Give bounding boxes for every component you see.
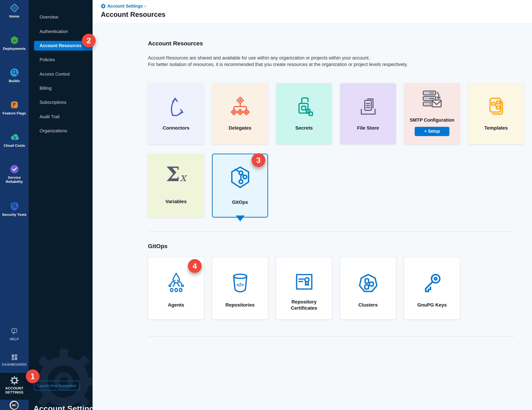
secrets-card[interactable]: Secrets xyxy=(276,83,332,144)
card-label: GitOps xyxy=(215,199,265,205)
breadcrumb-chevron: › xyxy=(144,3,146,9)
card-label: Secrets xyxy=(278,125,330,131)
gnupg-keys-card[interactable]: GnuPG Keys xyxy=(404,257,460,320)
gnupg-keys-icon xyxy=(404,271,460,296)
clusters-card[interactable]: Clusters xyxy=(340,257,396,320)
rail-label: Cloud Costs xyxy=(0,143,28,147)
rail-item-security-tests[interactable]: Security Tests xyxy=(0,201,28,217)
builds-icon xyxy=(9,67,19,78)
rail-item-builds[interactable]: Builds xyxy=(0,67,28,83)
rail-item-help[interactable]: ? HELP xyxy=(0,327,28,341)
rail-item-home[interactable]: Home xyxy=(0,3,28,18)
breadcrumb: Account Settings › xyxy=(101,3,146,9)
rail-item-cloud-costs[interactable]: $ Cloud Costs xyxy=(0,132,28,147)
card-label: Connectors xyxy=(150,125,202,131)
settings-nav-panel: Overview Authentication Account Resource… xyxy=(28,0,93,410)
annotation-badge-4: 4 xyxy=(188,259,202,273)
breadcrumb-account-settings-link[interactable]: Account Settings xyxy=(107,4,143,9)
section-title: Account Resources xyxy=(148,40,203,47)
panel-footer-title: Account Settings xyxy=(33,404,93,410)
main-content: Account Resources Account Resources are … xyxy=(93,24,532,410)
rail-label: Builds xyxy=(0,79,28,83)
smtp-configuration-card[interactable]: SMTP Configuration + Setup xyxy=(404,83,460,144)
card-label: Delegates xyxy=(214,125,266,131)
sigma-glyph: Σ xyxy=(166,163,180,186)
app-window: Home ∞ Deployments Builds Feature Fl xyxy=(0,0,532,410)
rail-label: Feature Flags xyxy=(0,111,28,115)
rail-item-feature-flags[interactable]: Feature Flags xyxy=(0,100,28,115)
repositories-card[interactable]: </> Repositories xyxy=(212,257,268,320)
delegates-card[interactable]: Delegates xyxy=(212,83,268,144)
rail-label: DASHBOARDS xyxy=(0,363,28,367)
x-glyph: x xyxy=(180,171,186,184)
smtp-configuration-icon xyxy=(404,89,460,115)
user-avatar[interactable]: MC xyxy=(10,401,19,410)
gitops-icon xyxy=(213,165,267,191)
templates-card[interactable]: Templates xyxy=(468,83,524,144)
page-header: Account Settings › Account Resources xyxy=(93,0,532,24)
rail-item-service-reliability[interactable]: Service Reliability xyxy=(0,164,28,183)
home-icon xyxy=(9,3,19,13)
gitops-section-title: GitOps xyxy=(148,243,167,250)
rail-item-dashboards[interactable]: DASHBOARDS xyxy=(0,353,28,367)
rail-item-deployments[interactable]: ∞ Deployments xyxy=(0,35,28,51)
clusters-icon xyxy=(340,271,396,296)
divider xyxy=(148,232,515,232)
rail-label: HELP xyxy=(0,337,28,341)
cloud-costs-icon: $ xyxy=(9,132,19,142)
agents-icon xyxy=(148,271,204,296)
feature-flags-icon xyxy=(9,100,19,110)
deployments-icon: ∞ xyxy=(9,35,19,45)
card-label: File Store xyxy=(342,125,394,131)
settings-nav-item-billing[interactable]: Billing xyxy=(28,83,93,93)
rail-item-account-settings[interactable]: ACCOUNT SETTINGS xyxy=(0,376,28,394)
settings-nav-item-subscriptions[interactable]: Subscriptions xyxy=(28,98,93,107)
connectors-icon xyxy=(148,95,204,120)
svg-text:∞: ∞ xyxy=(13,38,16,43)
card-label: Clusters xyxy=(342,302,394,308)
settings-nav-item-organizations[interactable]: Organizations xyxy=(28,126,93,136)
annotation-badge-3: 3 xyxy=(252,153,265,167)
description-line-2: For better isolation of resources, it is… xyxy=(148,61,408,68)
description-line-1: Account Resources are shared and availab… xyxy=(148,55,408,61)
repositories-icon: </> xyxy=(212,271,268,296)
rail-label: Home xyxy=(0,14,28,18)
page-title: Account Resources xyxy=(101,11,165,18)
settings-nav-item-authentication[interactable]: Authentication xyxy=(28,27,93,36)
card-label: Repositories xyxy=(214,302,266,308)
settings-nav-item-policies[interactable]: Policies xyxy=(28,55,93,65)
gear-icon xyxy=(10,376,19,385)
connectors-card[interactable]: Connectors xyxy=(148,83,204,144)
settings-nav-item-audit-trail[interactable]: Audit Trail xyxy=(28,112,93,122)
variables-card[interactable]: Σx Variables xyxy=(148,154,204,218)
service-reliability-icon xyxy=(9,164,19,174)
rail-label: Security Tests xyxy=(0,212,28,217)
variables-icon: Σx xyxy=(148,163,204,186)
svg-text:$: $ xyxy=(13,136,16,140)
section-description: Account Resources are shared and availab… xyxy=(148,55,408,68)
rail-label: ACCOUNT SETTINGS xyxy=(0,386,28,394)
module-rail: Home ∞ Deployments Builds Feature Fl xyxy=(0,0,28,410)
rail-label: Deployments xyxy=(0,46,28,51)
file-store-card[interactable]: File Store xyxy=(340,83,396,144)
delegates-icon xyxy=(212,95,268,120)
card-label: SMTP Configuration xyxy=(406,118,458,123)
settings-nav-item-overview[interactable]: Overview xyxy=(28,12,93,22)
avatar-initials: MC xyxy=(10,401,18,409)
gitops-pointer-triangle xyxy=(236,216,245,221)
security-tests-icon xyxy=(9,201,19,211)
repository-certificates-icon xyxy=(276,271,332,296)
card-label: Templates xyxy=(470,125,522,131)
help-icon: ? xyxy=(10,327,19,336)
repository-certificates-card[interactable]: Repository Certificates xyxy=(276,257,332,320)
card-label: Variables xyxy=(150,199,202,204)
card-label: Repository Certificates xyxy=(278,299,330,311)
card-label: Agents xyxy=(150,302,202,308)
launch-first-generation-button[interactable]: Launch First Generation xyxy=(34,381,80,390)
resource-card-row-2: Σx Variables xyxy=(148,154,268,218)
settings-nav-item-access-control[interactable]: Access Control xyxy=(28,69,93,79)
smtp-setup-button[interactable]: + Setup xyxy=(415,127,449,136)
secrets-icon xyxy=(276,95,332,120)
templates-icon xyxy=(468,95,524,120)
rail-label: Service Reliability xyxy=(0,175,28,183)
